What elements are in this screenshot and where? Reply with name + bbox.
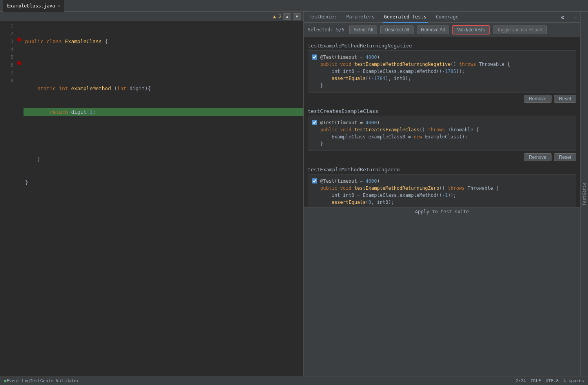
test-item-3: testExampleMethodReturningZero @Test(tim… [308, 167, 576, 207]
right-panel: TestGenie: Parameters Generated Tests Co… [304, 12, 580, 376]
action-bar: Selected: 5/5 Select All Deselect All Re… [304, 23, 580, 37]
minimize-icon[interactable]: — [574, 14, 577, 20]
test-1-actions: Remove Reset [308, 95, 576, 103]
editor-toolbar: ▲ 2 ▲ ▼ [0, 12, 303, 21]
test-3-name: testExampleMethodReturningZero [308, 167, 400, 173]
testgenie-validator[interactable]: TestGenie Validator [30, 378, 79, 383]
test-3-code: @Test(timeout = 4000) public void testEx… [320, 178, 572, 207]
line-ending: CRLF [530, 378, 541, 383]
test-2-name: testCreatesExampleClass [308, 108, 378, 114]
test-1-reset-btn[interactable]: Reset [554, 95, 576, 103]
panel-tabs: TestGenie: Parameters Generated Tests Co… [304, 12, 580, 23]
editor-pane: ▲ 2 ▲ ▼ 1 2 3 4 5 6 7 8 [0, 12, 304, 376]
editor-content: 1 2 3 4 5 6 7 8 pu [0, 21, 303, 376]
right-sidebar-label: TestGenie [582, 182, 587, 206]
test-3-checkbox[interactable] [312, 178, 317, 183]
code-line-1: public class ExampleClass { [24, 38, 303, 45]
toggle-jacoco-button[interactable]: Toggle Jacoco Report [493, 25, 547, 34]
test-3-checkbox-col [312, 178, 317, 207]
selected-count: Selected: 5/5 [308, 27, 345, 33]
test-item-2-header: testCreatesExampleClass [308, 108, 576, 114]
code-line-4: return digit+1; [24, 108, 303, 116]
cursor-position: 2:24 [515, 378, 526, 383]
code-line-6: } [24, 155, 303, 163]
code-line-2 [24, 61, 303, 69]
indent: 4 spaces [563, 378, 584, 383]
line-numbers: 1 2 3 4 5 6 7 8 [0, 21, 16, 376]
test-1-remove-btn[interactable]: Remove [524, 95, 552, 103]
test-1-name: testExampleMethodReturningNegative [308, 43, 412, 49]
test-1-code-block: @Test(timeout = 4000) public void testEx… [308, 50, 576, 93]
warning-badge: ▲ 2 [273, 14, 282, 19]
test-1-checkbox[interactable] [312, 54, 317, 60]
close-icon[interactable]: ✕ [58, 4, 60, 8]
deselect-all-button[interactable]: Deselect All [380, 25, 414, 34]
nav-up-btn[interactable]: ▲ [283, 13, 291, 20]
test-1-checkbox-col [312, 54, 317, 89]
test-item-1: testExampleMethodReturningNegative @Test… [308, 43, 576, 103]
tab-generated-tests[interactable]: Generated Tests [383, 12, 428, 23]
settings-icon[interactable]: ⚙ [561, 14, 564, 20]
status-bar: ● Event Log TestGenie Validator 2:24 CRL… [0, 376, 588, 385]
gutter [16, 21, 24, 376]
code-line-5 [24, 132, 303, 140]
test-2-checkbox[interactable] [312, 120, 317, 125]
test-item-2: testCreatesExampleClass @Test(timeout = … [308, 108, 576, 161]
test-2-reset-btn[interactable]: Reset [554, 153, 576, 161]
validate-tests-button[interactable]: Validate tests [452, 25, 490, 35]
test-item-1-header: testExampleMethodReturningNegative [308, 43, 576, 49]
select-all-button[interactable]: Select All [349, 25, 377, 34]
tab-testgenie[interactable]: TestGenie: [307, 12, 338, 23]
event-log[interactable]: Event Log [7, 378, 30, 383]
test-2-code-block: @Test(timeout = 4000) public void testCr… [308, 116, 576, 151]
file-tab[interactable]: ExampleClass.java ✕ [3, 0, 64, 12]
test-3-code-block: @Test(timeout = 4000) public void testEx… [308, 174, 576, 207]
test-item-3-header: testExampleMethodReturningZero [308, 167, 576, 173]
test-2-code: @Test(timeout = 4000) public void testCr… [320, 119, 572, 147]
test-2-actions: Remove Reset [308, 153, 576, 161]
right-sidebar[interactable]: TestGenie [580, 12, 588, 376]
main-area: ▲ 2 ▲ ▼ 1 2 3 4 5 6 7 8 [0, 12, 588, 376]
code-line-3: static int exampleMethod (int digit){ [24, 85, 303, 93]
test-1-code: @Test(timeout = 4000) public void testEx… [320, 54, 572, 89]
code-area[interactable]: public class ExampleClass { static int e… [24, 21, 303, 376]
code-line-8 [24, 202, 303, 210]
encoding: UTF-8 [546, 378, 559, 383]
test-list: testExampleMethodReturningNegative @Test… [304, 37, 580, 207]
nav-down-btn[interactable]: ▼ [293, 13, 301, 20]
file-tab-label: ExampleClass.java [7, 3, 55, 9]
tab-coverage[interactable]: Coverage [434, 12, 460, 23]
file-tab-bar: ExampleClass.java ✕ [0, 0, 588, 12]
apply-to-test-suite-btn[interactable]: Apply to test suite [304, 207, 580, 376]
footer-right: 2:24 CRLF UTF-8 4 spaces [515, 378, 584, 383]
test-2-remove-btn[interactable]: Remove [524, 153, 552, 161]
tg-icon: ● [4, 378, 7, 383]
code-line-7: } [24, 179, 303, 187]
remove-all-button[interactable]: Remove All [417, 25, 449, 34]
tab-parameters[interactable]: Parameters [345, 12, 376, 23]
test-2-checkbox-col [312, 119, 317, 147]
